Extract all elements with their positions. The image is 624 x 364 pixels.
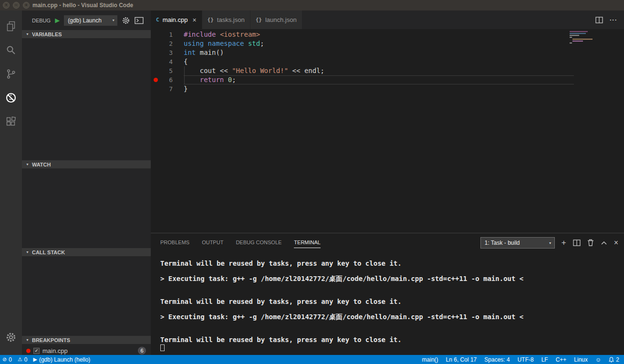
maximize-panel-chevron-icon[interactable] [601,240,607,245]
code-line[interactable]: 3int main() [151,48,624,57]
code-line[interactable]: 6 return 0; [151,75,624,84]
close-tab-icon[interactable]: × [192,16,196,24]
vscode-window: × − + main.cpp - hello - Visual Studio C… [0,0,624,364]
source-control-icon[interactable] [0,62,22,86]
minimap[interactable] [570,30,617,59]
workbench: DEBUG ▶ (gdb) Launch ▼ [0,10,624,355]
bottom-panel: PROBLEMS OUTPUT DEBUG CONSOLE TERMINAL 1… [151,233,624,355]
status-indentation[interactable]: Spaces: 4 [484,356,510,363]
line-number: 3 [169,49,173,56]
status-encoding[interactable]: UTF-8 [518,356,534,363]
code-line[interactable]: 1#include <iostream> [151,30,624,39]
code-text[interactable]: using namespace std; [184,39,574,48]
line-number-gutter[interactable]: 4 [151,57,184,66]
code-editor[interactable]: 1#include <iostream>2using namespace std… [151,29,624,233]
code-line[interactable]: 2using namespace std; [151,39,624,48]
feedback-smiley-icon[interactable]: ☺ [595,356,601,363]
terminal-line: > Executing task: g++ -g /home/zl2014277… [160,275,624,282]
kill-terminal-trash-icon[interactable] [587,239,594,246]
debug-icon[interactable] [0,86,22,110]
status-current-function[interactable]: main() [422,356,438,363]
code-line[interactable]: 4{ [151,57,624,66]
terminal-line: > Executing task: g++ -g /home/zl2014277… [160,313,624,321]
tab-main-cpp[interactable]: C main.cpp × [151,10,202,29]
line-number-gutter[interactable]: 2 [151,39,184,48]
call-stack-section-body [22,256,151,336]
window-controls: × − + [0,2,32,9]
split-terminal-icon[interactable] [573,239,581,246]
line-number-gutter[interactable]: 1 [151,30,184,39]
start-debugging-button[interactable]: ▶ [55,17,60,23]
breakpoints-section-label: BREAKPOINTS [32,337,70,343]
breakpoint-dot-icon[interactable] [154,78,158,82]
line-number: 4 [169,58,173,65]
code-line[interactable]: 5 cout << "Hello World!" << endl; [151,66,624,75]
tab-label: launch.json [265,16,297,23]
tab-debug-console[interactable]: DEBUG CONSOLE [236,238,281,248]
code-text[interactable]: int main() [184,48,574,57]
explorer-icon[interactable] [0,14,22,38]
warning-icon: ⚠ [18,357,22,362]
indent-guide [184,66,185,84]
notifications-bell[interactable]: 2 [609,356,619,363]
cpp-file-icon: C [156,17,159,23]
watch-section-header[interactable]: ▼ WATCH [22,160,151,168]
line-number-gutter[interactable]: 3 [151,48,184,57]
call-stack-section-header[interactable]: ▼ CALL STACK [22,248,151,256]
panel-header: PROBLEMS OUTPUT DEBUG CONSOLE TERMINAL 1… [151,233,624,252]
debug-config-dropdown[interactable]: (gdb) Launch ▼ [64,15,117,26]
split-editor-icon[interactable] [595,17,603,23]
minimize-window-button[interactable]: − [13,2,20,9]
tab-terminal[interactable]: TERMINAL [294,238,321,248]
breakpoint-line-badge: 6 [138,347,146,354]
terminal-line [160,328,624,336]
breakpoints-section-header[interactable]: ▼ BREAKPOINTS [22,336,151,344]
maximize-window-button[interactable]: + [23,2,30,9]
terminal-selector-dropdown[interactable]: 1: Task - build ▼ [480,237,555,249]
json-file-icon: {} [256,17,262,23]
error-count[interactable]: ⊘ 0 [2,356,12,363]
json-file-icon: {} [208,17,214,23]
code-text[interactable]: #include <iostream> [184,30,574,39]
tab-problems[interactable]: PROBLEMS [160,238,189,248]
code-text[interactable]: { [184,57,574,66]
settings-gear-icon[interactable] [0,325,22,349]
breakpoint-checkbox[interactable]: ✓ [33,348,40,354]
debug-console-icon[interactable] [135,17,144,24]
breakpoints-section-body: ✓ main.cpp 6 [22,344,151,355]
collapse-arrow-icon: ▼ [26,163,29,166]
status-bar-left: ⊘ 0 ⚠ 0 ▶ (gdb) Launch (hello) [0,356,90,363]
status-language[interactable]: C++ [556,356,567,363]
terminal[interactable]: Terminal will be reused by tasks, press … [151,252,624,355]
code-text[interactable]: } [184,84,574,94]
code-text[interactable]: cout << "Hello World!" << endl; [184,66,574,75]
more-actions-icon[interactable]: ··· [610,16,617,23]
terminal-line: Terminal will be reused by tasks, press … [160,336,624,343]
tab-tasks-json[interactable]: {} tasks.json [202,10,250,29]
code-text[interactable]: return 0; [184,75,574,84]
tab-launch-json[interactable]: {} launch.json [250,10,302,29]
debug-sidebar: DEBUG ▶ (gdb) Launch ▼ [22,10,151,355]
status-cursor-position[interactable]: Ln 6, Col 17 [446,356,477,363]
line-number-gutter[interactable]: 7 [151,84,184,94]
warning-count[interactable]: ⚠ 0 [18,356,28,363]
configure-gear-icon[interactable] [122,16,130,25]
terminal-line [160,267,624,275]
search-icon[interactable] [0,38,22,62]
status-eol[interactable]: LF [541,356,548,363]
close-panel-icon[interactable]: × [614,239,618,247]
variables-section-header[interactable]: ▼ VARIABLES [22,30,151,38]
editor-tab-bar: C main.cpp × {} tasks.json {} launch.jso… [151,10,624,29]
status-os[interactable]: Linux [574,356,588,363]
tab-output[interactable]: OUTPUT [202,238,223,248]
new-terminal-icon[interactable]: + [562,239,566,247]
line-number: 7 [169,85,173,93]
debug-launch-status[interactable]: ▶ (gdb) Launch (hello) [33,356,90,363]
terminal-cursor [160,344,165,351]
close-window-button[interactable]: × [3,2,10,9]
code-line[interactable]: 7} [151,84,624,94]
line-number-gutter[interactable]: 5 [151,66,184,75]
extensions-icon[interactable] [0,110,22,134]
breakpoint-list-item[interactable]: ✓ main.cpp 6 [22,345,151,356]
line-number-gutter[interactable]: 6 [151,75,184,84]
